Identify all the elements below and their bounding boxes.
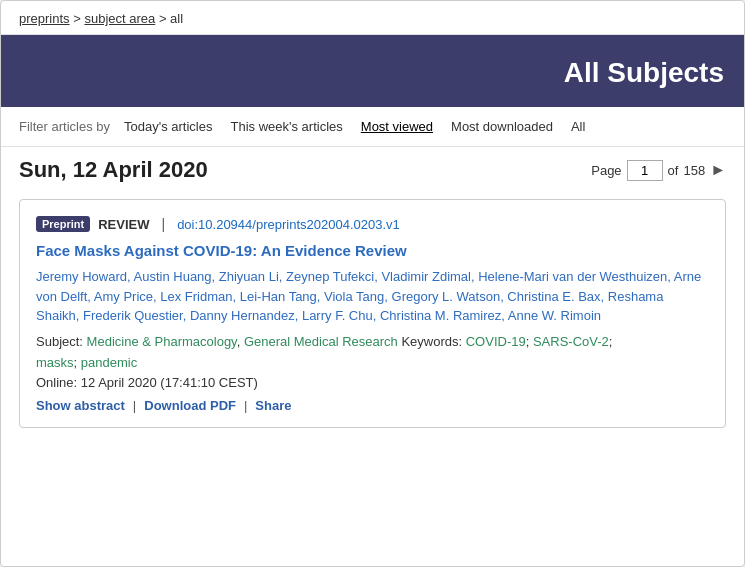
filter-today[interactable]: Today's articles	[124, 119, 212, 134]
breadcrumb-subject-area[interactable]: subject area	[84, 11, 155, 26]
keyword-pandemic[interactable]: pandemic	[81, 355, 137, 370]
keyword-covid[interactable]: COVID-19	[466, 334, 526, 349]
article-actions: Show abstract | Download PDF | Share	[36, 398, 709, 413]
article-title[interactable]: Face Masks Against COVID-19: An Evidence…	[36, 240, 709, 261]
article-online-date: Online: 12 April 2020 (17:41:10 CEST)	[36, 375, 709, 390]
subject-prefix: Subject:	[36, 334, 87, 349]
subject-general[interactable]: General Medical Research	[244, 334, 398, 349]
article-subjects: Subject: Medicine & Pharmacology, Genera…	[36, 332, 709, 352]
preprint-badge: Preprint	[36, 216, 90, 232]
pipe-separator: |	[161, 216, 165, 232]
breadcrumb-preprints[interactable]: preprints	[19, 11, 70, 26]
filter-all[interactable]: All	[571, 119, 585, 134]
article-card: Preprint REVIEW | doi:10.20944/preprints…	[19, 199, 726, 428]
article-type-label: REVIEW	[98, 217, 149, 232]
filter-bar: Filter articles by Today's articles This…	[1, 107, 744, 147]
action-sep-1: |	[133, 398, 136, 413]
filter-week[interactable]: This week's articles	[231, 119, 343, 134]
filter-label: Filter articles by	[19, 119, 110, 134]
breadcrumb: preprints > subject area > all	[1, 1, 744, 35]
hero-banner: All Subjects	[1, 35, 744, 107]
keywords-prefix: Keywords:	[401, 334, 465, 349]
share-link[interactable]: Share	[255, 398, 291, 413]
current-date: Sun, 12 April 2020	[19, 157, 208, 183]
article-keywords-row2: masks; pandemic	[36, 353, 709, 373]
main-window: preprints > subject area > all All Subje…	[0, 0, 745, 567]
page-of: of	[668, 163, 679, 178]
article-authors: Jeremy Howard, Austin Huang, Zhiyuan Li,…	[36, 267, 709, 326]
page-total: 158	[683, 163, 705, 178]
filter-downloaded[interactable]: Most downloaded	[451, 119, 553, 134]
keyword-masks[interactable]: masks	[36, 355, 74, 370]
subject-medicine[interactable]: Medicine & Pharmacology	[87, 334, 237, 349]
breadcrumb-all: all	[170, 11, 183, 26]
action-sep-2: |	[244, 398, 247, 413]
next-page-arrow[interactable]: ►	[710, 161, 726, 179]
date-row: Sun, 12 April 2020 Page of 158 ►	[1, 147, 744, 189]
breadcrumb-sep2: >	[159, 11, 170, 26]
download-pdf-link[interactable]: Download PDF	[144, 398, 236, 413]
articles-container: Preprint REVIEW | doi:10.20944/preprints…	[1, 189, 744, 446]
doi-link[interactable]: doi:10.20944/preprints202004.0203.v1	[177, 217, 400, 232]
page-label: Page	[591, 163, 621, 178]
pagination: Page of 158 ►	[591, 160, 726, 181]
show-abstract-link[interactable]: Show abstract	[36, 398, 125, 413]
article-meta-top: Preprint REVIEW | doi:10.20944/preprints…	[36, 216, 709, 232]
page-input[interactable]	[627, 160, 663, 181]
page-title: All Subjects	[21, 57, 724, 89]
keyword-sars[interactable]: SARS-CoV-2	[533, 334, 609, 349]
breadcrumb-sep1: >	[73, 11, 84, 26]
filter-viewed[interactable]: Most viewed	[361, 119, 433, 134]
